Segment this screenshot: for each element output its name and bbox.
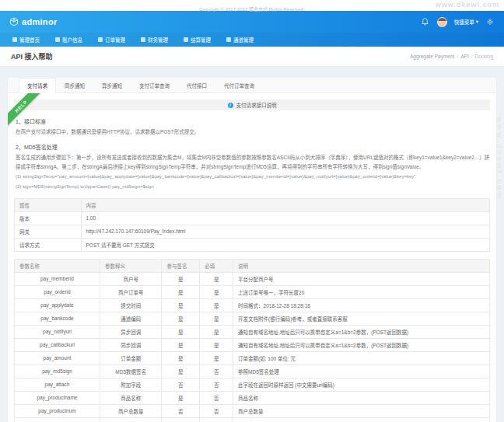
breadcrumb-item-current: Docking	[475, 54, 493, 59]
table-row: 请求方式POST 请不要用 GET 方式提交	[15, 238, 490, 251]
app-logo[interactable]: adminor	[9, 17, 58, 26]
table-row: pay_md5signMD5数据签名是否参照MD5签名处理	[15, 364, 490, 378]
nav-item-account[interactable]: 账户信息	[49, 33, 89, 47]
table-cell: 否	[200, 404, 233, 417]
watermark-vertical: www.dkewl.com	[495, 117, 503, 201]
info-bar-title: 支付请求接口说明	[236, 101, 277, 109]
table-cell: 通知自有域名地址,地址后只可以携带自定义a=1&b=2参数，(POST返回数据)	[233, 338, 490, 351]
tab-payout-order-query[interactable]: 代付订单查询	[215, 78, 263, 92]
table-cell: 是	[162, 351, 200, 364]
table-row: pay_notifyurl异步回调是是通知自有域名地址,地址后只可以携带自定义a…	[15, 325, 490, 338]
tab-sync-notify[interactable]: 同步通知	[56, 78, 93, 92]
table-cell: 通知自有域名地址,地址后只可以携带自定义a=1&b=2参数，(POST返回数据)	[233, 325, 490, 338]
column-header: 说明	[233, 259, 490, 272]
tab-payout-api[interactable]: 代付接口	[178, 78, 215, 92]
table-cell: 商户号	[100, 272, 161, 285]
user-menu-dropdown[interactable]: 快捷菜单 ▾	[454, 18, 478, 26]
table-cell: pay_amount	[15, 351, 100, 364]
order-list-icon	[98, 37, 103, 42]
table-cell: 是	[200, 298, 233, 312]
table-cell: pay_orderid	[15, 285, 100, 298]
table-cell: 是	[200, 285, 233, 298]
table-cell: pay_md5sign	[15, 364, 100, 378]
tab-pay-order-query[interactable]: 支付订单查询	[131, 78, 178, 92]
section-1-body: 在商户支付请求接口中，数据通讯是使用HTTP协议，请求数据以POST形式提交。	[16, 127, 490, 136]
page-title: API 接入帮助	[11, 51, 53, 61]
table-row: pay_memberid商户号是是平台分配商户号	[15, 272, 490, 285]
table-row: 版本1.00	[15, 211, 490, 225]
settings-gear-icon[interactable]	[485, 17, 495, 26]
table-cell: 是	[162, 391, 200, 404]
table-cell: 是	[200, 351, 233, 364]
table-cell: pay_bankcode	[15, 312, 100, 325]
info-icon: i	[228, 103, 233, 108]
table-cell: pay_callbackurl	[15, 338, 100, 351]
section-1-title: 1、接口标准	[16, 117, 490, 125]
bell-icon[interactable]	[421, 17, 430, 26]
table-cell: 订单金额	[100, 351, 161, 364]
table-cell: 版本	[15, 211, 82, 225]
table-row: 网关http://47.242.170.147:60109/Pay_Index.…	[15, 225, 490, 238]
sign-formula-2: (2) sign=MD5(stringSignTemp).toUpperCase…	[16, 183, 490, 191]
request-param-table: 参数名称 参数释义 参与签名 必填 说明 pay_memberid商户号是是平台…	[14, 259, 490, 422]
nav-label: 财务管理	[148, 36, 168, 44]
table-row: pay_applydate提交时间是是时间格式：2018-12-28 18:28…	[15, 298, 490, 312]
finance-icon	[141, 37, 145, 42]
chevron-down-icon: ▾	[476, 19, 478, 25]
nav-item-home[interactable]: 管理首页	[6, 33, 46, 47]
table-cell: 是	[162, 285, 200, 298]
logo-text: adminor	[22, 17, 58, 26]
app-header: adminor 快捷菜单 ▾	[0, 11, 504, 33]
nav-item-channel[interactable]: 通道管理	[220, 33, 260, 47]
table-cell: 平台分配商户号	[233, 272, 490, 285]
api-help-card: 支付请求 同步通知 异步通知 支付订单查询 代付接口 代付订单查询 HELP i…	[8, 78, 496, 422]
app-header-block: adminor 快捷菜单 ▾ 管理首页 账户信息 订单管理	[0, 11, 504, 47]
table-cell: 商品描述	[233, 417, 490, 422]
nav-item-settlement[interactable]: 结算管理	[177, 33, 217, 47]
info-bar: i 支付请求接口说明	[14, 99, 490, 110]
table-cell: pay_productname	[15, 391, 100, 404]
column-header: 参数名称	[15, 259, 100, 272]
table-cell: 商品描述	[100, 417, 161, 422]
nav-item-orders[interactable]: 订单管理	[92, 33, 131, 47]
sign-formula-1: (1) stringSignTemp="pay_amount=[value]&p…	[16, 173, 490, 181]
table-cell: 订单金额(如: 100 单位: 元	[233, 351, 490, 364]
tab-pay-request[interactable]: 支付请求	[19, 78, 56, 93]
table-cell: 是	[162, 325, 200, 338]
table-cell: 网关	[15, 225, 82, 238]
gateway-attr-table: 属性 内容 版本1.00网关http://47.242.170.147:6010…	[14, 198, 490, 252]
table-cell: 否	[200, 364, 233, 378]
channel-icon	[226, 37, 231, 42]
settlement-icon	[184, 37, 188, 42]
table-row: pay_productnum商户总数量否否商户总数量	[15, 404, 490, 417]
table-cell: MD5数据签名	[100, 364, 161, 378]
column-header: 参数释义	[100, 259, 161, 272]
table-cell: 否	[200, 391, 233, 404]
table-cell: 是	[200, 312, 233, 325]
breadcrumb-item-api[interactable]: API	[460, 54, 468, 59]
table-cell: 否	[162, 378, 200, 391]
watermark-text: www.dkewl.com	[436, 1, 499, 9]
home-icon	[12, 37, 17, 42]
section-2-body: 签名生成的通用步骤如下：第一步，设所有发送或者接收到的数据为集合M，将集合M内非…	[16, 153, 490, 171]
column-header: 参与签名	[162, 259, 200, 272]
table-cell: 是	[200, 325, 233, 338]
tab-async-notify[interactable]: 异步通知	[93, 78, 131, 92]
top-strip: Copyright © 2017-2022 聚合支付 Rights Reserv…	[0, 0, 504, 11]
nav-label: 管理首页	[19, 36, 40, 44]
table-cell: POST 请不要用 GET 方式提交	[81, 238, 489, 251]
table-cell: 是	[162, 417, 200, 422]
nav-item-finance[interactable]: 财务管理	[135, 33, 174, 47]
table-cell: 通道编码	[100, 312, 161, 325]
table-row: pay_productname商品名称是否商品名称	[15, 391, 490, 404]
table-cell: 商户订单号	[100, 285, 161, 298]
breadcrumb-item-root[interactable]: Aggregate Payment	[410, 54, 454, 59]
user-avatar[interactable]	[437, 17, 447, 27]
nav-label: 通道管理	[233, 36, 254, 44]
table-row: pay_attach附加字段否否此字段在返回时原样返回 (中文需要url编码)	[15, 378, 490, 391]
table-cell: 1.00	[81, 211, 489, 225]
table-cell: 是	[162, 364, 200, 378]
table-cell: 同步回调	[100, 338, 161, 351]
user-icon	[55, 37, 60, 42]
table-cell: pay_productnum	[15, 404, 100, 417]
